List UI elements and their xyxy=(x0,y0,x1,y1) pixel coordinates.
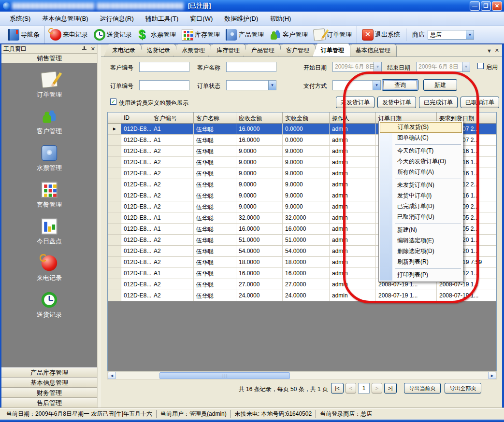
menu-item[interactable]: 运行信息(R) xyxy=(94,13,140,25)
sidebar-close-icon[interactable]: ✕ xyxy=(91,46,95,52)
context-menu-item[interactable]: 未发货订单(N) xyxy=(380,180,462,191)
scroll-right-icon[interactable]: ► xyxy=(488,372,496,379)
next-page-button[interactable]: > xyxy=(372,383,382,394)
toolbar-button[interactable]: 产品管理 xyxy=(223,26,267,43)
shipping-orders-button[interactable]: 发货中订单 xyxy=(377,97,416,108)
context-menu-item[interactable]: 今天的发货订单(O) xyxy=(380,156,462,167)
sidebar-scrollbar[interactable] xyxy=(97,44,101,408)
column-header-operator[interactable]: 操作人 xyxy=(330,113,376,124)
shop-select[interactable]: 总店 ▾ xyxy=(428,30,474,40)
cancelled-orders-button[interactable]: 已取消订单 xyxy=(461,97,499,108)
sidebar-section-sales[interactable]: 销售管理 xyxy=(1,54,97,63)
row-selector-cell[interactable] xyxy=(108,212,121,224)
minimize-button[interactable]: — xyxy=(470,1,480,11)
chevron-down-icon[interactable]: ▾ xyxy=(268,81,276,90)
row-selector-cell[interactable] xyxy=(108,224,121,235)
tab[interactable]: 产品管理 xyxy=(243,44,281,56)
row-selector-cell[interactable] xyxy=(108,290,121,301)
toolbar-button[interactable]: 导航条 xyxy=(5,26,43,43)
new-button[interactable]: 新建 xyxy=(423,79,457,91)
sidebar-item[interactable]: 客户管理 xyxy=(37,111,62,136)
tab[interactable]: 来电记录 xyxy=(104,44,142,56)
enable-checkbox[interactable] xyxy=(477,63,484,69)
pin-icon[interactable] xyxy=(82,46,87,52)
close-button[interactable]: ✕ xyxy=(492,1,502,11)
row-selector-cell[interactable] xyxy=(108,235,121,246)
context-menu-item[interactable]: 回单确认(C) xyxy=(380,133,462,143)
toolbar-button[interactable]: 订单管理 xyxy=(311,26,355,43)
start-date-picker[interactable]: 2009年 6月 8日 ▾ xyxy=(332,62,382,72)
scroll-left-icon[interactable]: ◄ xyxy=(108,372,116,379)
menu-item[interactable]: 数据维护(D) xyxy=(218,13,264,25)
scrollbar-thumb[interactable] xyxy=(159,372,290,379)
payment-select[interactable]: ▾ xyxy=(332,80,381,90)
row-selector-cell[interactable] xyxy=(108,257,121,268)
sidebar-item[interactable]: 订单管理 xyxy=(37,74,62,99)
menu-item[interactable]: 基本信息管理(B) xyxy=(36,13,94,25)
maximize-button[interactable]: ❐ xyxy=(481,1,491,11)
chevron-down-icon[interactable]: ▾ xyxy=(373,81,380,90)
menu-item[interactable]: 帮助(H) xyxy=(264,13,297,25)
context-menu-item[interactable]: 已取消订单(U) xyxy=(380,212,462,223)
toolbar-button[interactable]: 送货记录 xyxy=(91,26,135,43)
context-menu-item[interactable]: 打印列表(P) xyxy=(380,270,462,281)
row-selector-cell[interactable] xyxy=(108,201,121,212)
row-selector-cell[interactable]: ► xyxy=(108,124,121,135)
column-header-id[interactable]: ID xyxy=(121,113,151,124)
sidebar-item[interactable]: 送货记录 xyxy=(37,294,62,319)
row-selector-cell[interactable] xyxy=(108,146,121,157)
row-selector-cell[interactable] xyxy=(108,246,121,257)
table-horizontal-scrollbar[interactable]: ◄ ► xyxy=(107,371,497,380)
toolbar-button[interactable]: 退出系统 xyxy=(357,26,403,43)
toolbar-button[interactable]: 库存管理 xyxy=(179,26,223,43)
context-menu-item[interactable]: 刷新列表(R) xyxy=(380,257,462,267)
context-menu-item[interactable]: 订单发货(S) xyxy=(380,122,462,133)
order-no-input[interactable] xyxy=(139,80,189,90)
menu-item[interactable]: 辅助工具(T) xyxy=(140,13,185,25)
tab[interactable]: 客户管理 xyxy=(278,44,316,56)
context-menu-item[interactable]: 删除选定项(D) xyxy=(380,246,462,257)
column-header-customer-no[interactable]: 客户编号 xyxy=(151,113,194,124)
customer-no-input[interactable] xyxy=(139,62,189,72)
sidebar-section-bar[interactable]: 售后管理 xyxy=(1,398,97,408)
query-button[interactable]: 查询 xyxy=(382,79,418,91)
sidebar-item[interactable]: 今日盘点 xyxy=(37,221,62,246)
context-menu-item[interactable]: 已完成订单(D) xyxy=(380,201,462,212)
column-header-received[interactable]: 实收金额 xyxy=(283,113,330,124)
unshipped-orders-button[interactable]: 未发货订单 xyxy=(336,97,374,108)
context-menu-item[interactable]: 新建(N) xyxy=(380,225,462,236)
row-selector-cell[interactable] xyxy=(108,168,121,179)
chevron-down-icon[interactable]: ▾ xyxy=(466,30,474,39)
toolbar-button[interactable]: 来电记录 xyxy=(44,26,91,43)
sidebar-item[interactable]: 来电记录 xyxy=(37,257,62,282)
tab[interactable]: 水票管理 xyxy=(173,44,211,56)
tab[interactable]: 基本信息管理 xyxy=(347,44,397,56)
tab-list-dropdown-icon[interactable]: ▼ xyxy=(487,48,495,56)
context-menu-item[interactable]: 所有的订单(A) xyxy=(380,167,462,178)
tab[interactable]: 库存管理 xyxy=(208,44,246,56)
table-row[interactable]: 012D-E8... A2 伍华聪 24.0000 24.0000 admin … xyxy=(108,290,497,301)
prev-page-button[interactable]: < xyxy=(346,383,356,394)
context-menu-item[interactable]: 发货中订单(I) xyxy=(380,191,462,201)
tab[interactable]: 送货记录 xyxy=(139,44,176,56)
row-selector-cell[interactable] xyxy=(108,279,121,290)
context-menu-item[interactable]: 今天的订单(T) xyxy=(380,146,462,156)
row-selector-cell[interactable] xyxy=(108,135,121,146)
row-selector-cell[interactable] xyxy=(108,157,121,168)
column-header[interactable] xyxy=(108,113,121,124)
menu-item[interactable]: 窗口(W) xyxy=(184,13,218,25)
row-selector-cell[interactable] xyxy=(108,179,121,190)
color-display-checkbox[interactable]: ✓ xyxy=(110,98,116,105)
export-current-page-button[interactable]: 导出当前页 xyxy=(404,383,441,394)
order-status-select[interactable]: ▾ xyxy=(226,80,276,90)
column-header-customer-name[interactable]: 客户名称 xyxy=(194,113,236,124)
sidebar-section-bar[interactable]: 财务管理 xyxy=(1,388,97,398)
sidebar-item[interactable]: 水票管理 xyxy=(37,147,62,172)
row-selector-cell[interactable] xyxy=(108,268,121,279)
customer-name-input[interactable] xyxy=(226,62,276,72)
first-page-button[interactable]: |< xyxy=(331,383,344,394)
menu-item[interactable]: 系统(S) xyxy=(4,13,36,25)
last-page-button[interactable]: >| xyxy=(384,383,397,394)
row-selector-cell[interactable] xyxy=(108,190,121,201)
toolbar-button[interactable]: 水票管理 xyxy=(135,26,179,43)
